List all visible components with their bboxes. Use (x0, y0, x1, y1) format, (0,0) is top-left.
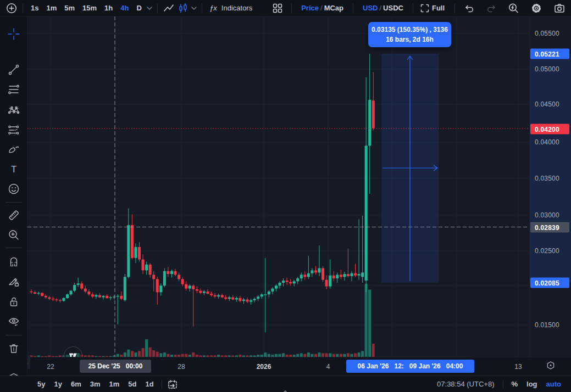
clock-timezone[interactable]: 07:38:54 (UTC+8) (437, 380, 494, 388)
toolbar-divider (23, 3, 23, 13)
range-3m[interactable]: 3m (86, 378, 105, 390)
lock-all-drawings[interactable] (4, 293, 24, 311)
fullscreen-button[interactable]: Full (417, 2, 451, 15)
measure-low-price-label: 0.02085 (530, 278, 569, 288)
measure-range-time-label: 06 Jan '26 12: 09 Jan '26 04:00 (346, 360, 474, 373)
time-tick: 13 (514, 363, 522, 371)
timeframe-1m[interactable]: 1m (42, 2, 60, 15)
hexagon-settings-icon[interactable] (546, 361, 556, 373)
camera-icon[interactable] (552, 2, 567, 15)
forecast-tool[interactable] (4, 121, 24, 139)
usd-option[interactable]: USD (363, 4, 378, 12)
toolbar-divider (162, 380, 162, 389)
toolbar-divider (503, 380, 503, 389)
xabcd-pattern-tool[interactable] (4, 101, 24, 119)
gear-icon[interactable] (529, 2, 544, 15)
remove-drawings[interactable] (4, 340, 24, 357)
layout-grid-icon[interactable] (270, 2, 285, 15)
fx-icon: ƒx (206, 2, 220, 15)
candlestick-icon[interactable] (176, 2, 190, 15)
chart-plot-area[interactable] (27, 16, 529, 357)
brush-tool[interactable] (4, 141, 24, 158)
indicators-button[interactable]: ƒx Indicators (206, 2, 256, 15)
undo-icon[interactable] (462, 2, 476, 15)
price-axis[interactable]: 0.055000.050000.045000.040000.035000.030… (529, 16, 571, 357)
time-tick: 4 (326, 363, 330, 371)
topbar-right-group (506, 2, 567, 15)
price-tick: 0.05500 (530, 30, 571, 37)
bottombar-right-group: 07:38:54 (UTC+8) % log auto (437, 378, 566, 390)
drawing-toolbar: T (0, 16, 27, 392)
range-5y[interactable]: 5y (33, 378, 49, 390)
percent-scale-toggle[interactable]: % (507, 378, 522, 390)
full-label: Full (430, 2, 448, 15)
stay-in-drawing-mode[interactable] (4, 273, 24, 291)
trading-chart-app: 1s 1m 5m 15m 1h 4h D ƒx Indicators (0, 0, 571, 392)
timeframe-1h[interactable]: 1h (101, 2, 117, 15)
price-tick: 0.02500 (530, 247, 571, 255)
trend-line-tool[interactable] (4, 61, 24, 79)
time-axis[interactable]: 2228202641325 Dec '25 00:0006 Jan '26 12… (0, 357, 571, 376)
auto-scale-toggle[interactable]: auto (542, 378, 566, 390)
timeframe-group: 1s 1m 5m 15m 1h 4h D (27, 2, 153, 15)
timeframe-1d[interactable]: D (132, 2, 145, 15)
price-tick: 0.03500 (530, 175, 571, 182)
range-6m[interactable]: 6m (66, 378, 86, 390)
sidebar-divider (5, 202, 22, 203)
timeframe-5m[interactable]: 5m (60, 2, 79, 15)
toolbar-divider (353, 3, 353, 13)
text-tool[interactable]: T (4, 160, 24, 178)
ruler-measure-tool[interactable] (4, 206, 24, 224)
price-mcap-toggle[interactable]: Price/MCap (296, 2, 349, 15)
hide-all-drawings[interactable] (4, 313, 24, 331)
indicators-label: Indicators (220, 2, 256, 15)
candlestick-chart[interactable] (27, 16, 529, 357)
range-1m[interactable]: 1m (105, 378, 124, 390)
toolbar-divider (454, 3, 455, 13)
price-tick: 0.03000 (530, 211, 571, 219)
timeframe-1s[interactable]: 1s (27, 2, 42, 15)
crosshair-tool[interactable] (4, 25, 24, 43)
chevron-down-icon[interactable] (190, 2, 198, 15)
go-to-date-icon[interactable] (165, 378, 180, 391)
fullscreen-icon (419, 2, 430, 15)
usdc-option[interactable]: USDC (383, 4, 403, 12)
emoji-tool[interactable] (4, 180, 24, 198)
timeframe-15m[interactable]: 15m (79, 2, 101, 15)
fib-retracement-tool[interactable] (4, 81, 24, 98)
crosshair-time-label: 25 Dec '25 00:00 (80, 360, 151, 373)
log-scale-toggle[interactable]: log (522, 378, 542, 390)
magnet-mode[interactable] (4, 254, 24, 271)
timeframe-4h-active[interactable]: 4h (117, 2, 132, 15)
crosshair-price-label: 0.02839 (530, 222, 569, 233)
mcap-option[interactable]: MCap (324, 4, 343, 12)
measure-bars-text: 16 bars, 2d 16h (386, 35, 434, 44)
price-tick: 0.04000 (530, 138, 571, 146)
chevron-down-icon[interactable] (146, 2, 153, 15)
svg-text:T: T (11, 164, 16, 175)
measure-tooltip: 0.03135 (150.35%) , 3136 16 bars, 2d 16h (368, 22, 451, 47)
chevron-up-icon[interactable] (281, 387, 290, 392)
sidebar-divider (5, 335, 22, 335)
redo-icon[interactable] (484, 2, 498, 15)
price-option[interactable]: Price (301, 4, 319, 12)
range-5d[interactable]: 5d (124, 378, 141, 390)
zoom-in-tool[interactable] (4, 226, 24, 244)
time-tick: 2026 (257, 363, 271, 371)
price-tick: 0.01500 (530, 321, 571, 329)
measure-change-text: 0.03135 (150.35%) , 3136 (372, 25, 448, 35)
range-1y[interactable]: 1y (49, 378, 66, 390)
range-1d[interactable]: 1d (141, 378, 158, 390)
toolbar-divider (291, 3, 292, 13)
price-tick: 0.05000 (530, 65, 571, 73)
svg-text:ƒx: ƒx (209, 4, 217, 12)
quick-search-icon[interactable] (506, 2, 520, 15)
toolbar-divider (413, 3, 413, 13)
toolbar-divider (157, 3, 158, 13)
measure-high-price-label: 0.05221 (530, 49, 569, 59)
last-price-label: 0.04200 (530, 124, 569, 135)
currency-toggle[interactable]: USD/USDC (357, 2, 409, 15)
line-chart-icon[interactable] (162, 2, 176, 15)
sidebar-divider (5, 248, 22, 248)
plus-circle-icon[interactable] (4, 2, 19, 15)
